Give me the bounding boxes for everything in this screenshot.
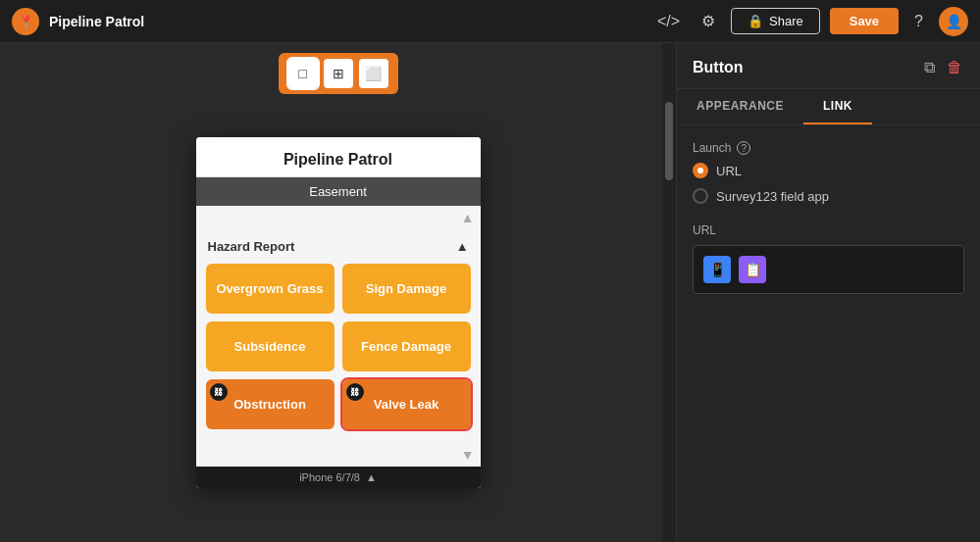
delete-button[interactable]: 🗑 <box>945 57 964 78</box>
canvas-scroll-track[interactable] <box>662 43 676 542</box>
link-badge-valve-leak: ⛓ <box>346 383 364 401</box>
panel-title: Button <box>693 59 744 76</box>
panel-content: Launch ? URL Survey123 field app URL 📱 <box>677 125 980 542</box>
link-badge-obstruction: ⛓ <box>210 383 228 401</box>
hazard-btn-sign-damage[interactable]: Sign Damage <box>342 264 471 314</box>
user-avatar[interactable]: 👤 <box>939 7 968 36</box>
help-icon: ? <box>914 13 923 29</box>
radio-survey123-circle[interactable] <box>693 188 708 204</box>
hazard-label-subsidence: Subsidence <box>234 339 306 354</box>
hazard-label-overgrown: Overgrown Grass <box>216 281 323 296</box>
phone-mockup: Pipeline Patrol Easement ▲ Hazard Report… <box>196 137 481 488</box>
hazard-btn-fence-damage[interactable]: Fence Damage <box>342 321 471 371</box>
top-navbar: 📍 Pipeline Patrol </> ⚙ 🔒 Share Save ? 👤 <box>0 0 980 43</box>
tablet-icon: ⊞ <box>333 66 344 81</box>
device-toolbar: □ ⊞ ⬜ <box>279 53 398 94</box>
code-editor-button[interactable]: </> <box>651 9 686 34</box>
survey-icon: 📋 <box>745 262 761 277</box>
chevron-down-icon: ▼ <box>461 447 475 463</box>
url-chip-survey[interactable]: 📋 <box>739 256 766 283</box>
hazard-label-fence-damage: Fence Damage <box>361 339 451 354</box>
url-input-area[interactable]: 📱 📋 <box>693 245 964 294</box>
radio-survey123-label: Survey123 field app <box>716 189 829 204</box>
mobile-icon: 📱 <box>709 262 726 277</box>
hazard-label-valve-leak: Valve Leak <box>374 397 439 412</box>
url-field-label: URL <box>693 223 964 237</box>
hazard-label-obstruction: Obstruction <box>233 397 306 412</box>
phone-model-label: iPhone 6/7/8 <box>299 471 360 483</box>
hazard-label-sign-damage: Sign Damage <box>366 281 446 296</box>
logo-icon: 📍 <box>18 14 34 29</box>
help-button[interactable]: ? <box>908 9 929 34</box>
app-logo: 📍 <box>12 8 39 35</box>
radio-url[interactable]: URL <box>693 163 964 178</box>
panel-header: Button ⧉ 🗑 <box>677 43 980 89</box>
scroll-up-indicator: ▲ <box>196 206 481 229</box>
hazard-btn-subsidence[interactable]: Subsidence <box>206 321 335 371</box>
phone-icon: □ <box>298 66 306 81</box>
lock-icon: 🔒 <box>748 14 763 28</box>
scroll-down-indicator: ▼ <box>196 443 481 467</box>
chevron-up-icon: ▲ <box>461 210 475 225</box>
phone-content: Hazard Report ▲ Overgrown Grass Sign Dam… <box>196 229 481 443</box>
canvas-scroll-thumb[interactable] <box>665 102 673 180</box>
save-button[interactable]: Save <box>830 8 899 34</box>
canvas-area: □ ⊞ ⬜ Pipeline Patrol Easement ▲ Hazard … <box>0 43 676 542</box>
hazard-btn-obstruction[interactable]: ⛓ Obstruction <box>206 379 335 429</box>
launch-radio-group: URL Survey123 field app <box>693 163 964 204</box>
hazard-report-header: Hazard Report ▲ <box>206 233 471 260</box>
hazard-grid: Overgrown Grass Sign Damage Subsidence F… <box>206 260 471 433</box>
duplicate-icon: ⧉ <box>924 59 935 75</box>
phone-section-bar: Easement <box>196 177 481 206</box>
phone-footer: iPhone 6/7/8 ▲ <box>196 467 481 488</box>
radio-url-circle[interactable] <box>693 163 708 178</box>
launch-help-icon[interactable]: ? <box>737 141 750 155</box>
main-area: □ ⊞ ⬜ Pipeline Patrol Easement ▲ Hazard … <box>0 43 980 542</box>
code-icon: </> <box>657 13 680 29</box>
radio-url-label: URL <box>716 164 742 178</box>
launch-field-label: Launch ? <box>693 141 964 155</box>
share-button[interactable]: 🔒 Share <box>731 8 820 34</box>
panel-header-icons: ⧉ 🗑 <box>922 57 964 78</box>
phone-view-button[interactable]: □ <box>288 59 318 88</box>
tablet-view-button[interactable]: ⊞ <box>324 59 353 88</box>
hazard-collapse-icon[interactable]: ▲ <box>456 239 469 254</box>
expand-icon[interactable]: ▲ <box>366 471 377 483</box>
hazard-btn-valve-leak[interactable]: ⛓ Valve Leak <box>342 379 471 429</box>
tab-link[interactable]: LINK <box>803 89 872 124</box>
trash-icon: 🗑 <box>947 59 962 75</box>
tab-appearance[interactable]: APPEARANCE <box>677 89 803 124</box>
app-title: Pipeline Patrol <box>49 14 144 29</box>
duplicate-button[interactable]: ⧉ <box>922 57 937 78</box>
desktop-icon: ⬜ <box>365 66 382 81</box>
settings-button[interactable]: ⚙ <box>696 8 721 34</box>
radio-survey123[interactable]: Survey123 field app <box>693 188 964 204</box>
right-panel: Button ⧉ 🗑 APPEARANCE LINK Launch <box>676 43 980 542</box>
hazard-btn-overgrown-grass[interactable]: Overgrown Grass <box>206 264 335 314</box>
phone-app-title: Pipeline Patrol <box>196 137 481 177</box>
hazard-report-title: Hazard Report <box>208 239 295 254</box>
avatar-icon: 👤 <box>946 14 962 29</box>
topnav-actions: </> ⚙ 🔒 Share Save ? 👤 <box>651 7 968 36</box>
desktop-view-button[interactable]: ⬜ <box>359 59 388 88</box>
url-chip-mobile[interactable]: 📱 <box>703 256 731 283</box>
panel-tabs: APPEARANCE LINK <box>677 89 980 125</box>
gear-icon: ⚙ <box>701 13 715 29</box>
